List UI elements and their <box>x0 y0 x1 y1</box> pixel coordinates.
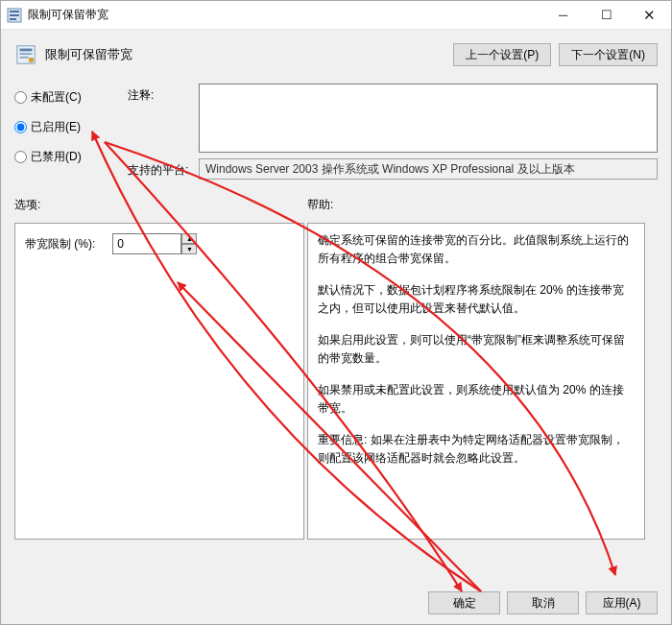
svg-rect-1 <box>10 11 19 12</box>
titlebar: 限制可保留带宽 ─ ☐ ✕ <box>1 1 671 30</box>
spinner-down-button[interactable]: ▼ <box>181 244 197 254</box>
close-button[interactable]: ✕ <box>628 1 671 29</box>
window-title: 限制可保留带宽 <box>28 7 108 23</box>
svg-rect-6 <box>20 53 33 55</box>
radio-enabled-input[interactable] <box>14 121 27 133</box>
policy-icon <box>14 43 37 66</box>
radio-disabled[interactable]: 已禁用(D) <box>14 149 128 165</box>
help-text: 如果启用此设置，则可以使用“带宽限制”框来调整系统可保留的带宽数量。 <box>318 331 635 368</box>
options-panel: 带宽限制 (%): ▲ ▼ <box>14 223 304 540</box>
app-icon <box>7 8 22 23</box>
platform-label: 支持的平台: <box>128 158 199 179</box>
bandwidth-limit-input[interactable] <box>112 233 181 254</box>
help-section-label: 帮助: <box>307 197 658 213</box>
radio-enabled[interactable]: 已启用(E) <box>14 119 128 135</box>
comment-label: 注释: <box>128 84 199 104</box>
radio-disabled-input[interactable] <box>14 151 27 163</box>
platform-value: Windows Server 2003 操作系统或 Windows XP Pro… <box>199 158 658 180</box>
help-panel: 确定系统可保留的连接带宽的百分比。此值限制系统上运行的所有程序的组合带宽保留。 … <box>307 223 645 540</box>
radio-not-configured-label: 未配置(C) <box>31 89 82 106</box>
apply-button[interactable]: 应用(A) <box>586 591 658 614</box>
help-text: 如果禁用或未配置此设置，则系统使用默认值为 20% 的连接带宽。 <box>318 381 635 418</box>
svg-rect-2 <box>10 14 19 16</box>
page-title: 限制可保留带宽 <box>45 43 132 66</box>
help-text: 确定系统可保留的连接带宽的百分比。此值限制系统上运行的所有程序的组合带宽保留。 <box>318 231 635 268</box>
radio-enabled-label: 已启用(E) <box>31 119 81 135</box>
svg-rect-3 <box>10 18 16 20</box>
comment-textarea[interactable] <box>199 84 658 153</box>
next-setting-button[interactable]: 下一个设置(N) <box>559 43 658 66</box>
maximize-button[interactable]: ☐ <box>585 1 628 29</box>
help-text: 默认情况下，数据包计划程序将系统限制在 20% 的连接带宽之内，但可以使用此设置… <box>318 281 635 318</box>
spinner-up-button[interactable]: ▲ <box>181 233 197 244</box>
options-section-label: 选项: <box>14 197 307 213</box>
svg-rect-5 <box>20 49 33 52</box>
svg-rect-7 <box>20 57 29 59</box>
help-text: 重要信息: 如果在注册表中为特定网络适配器设置带宽限制，则配置该网络适配器时就会… <box>318 431 635 468</box>
bandwidth-limit-label: 带宽限制 (%): <box>25 236 95 252</box>
radio-not-configured[interactable]: 未配置(C) <box>14 89 128 106</box>
svg-point-8 <box>29 58 35 63</box>
prev-setting-button[interactable]: 上一个设置(P) <box>453 43 551 66</box>
minimize-button[interactable]: ─ <box>541 1 585 29</box>
radio-disabled-label: 已禁用(D) <box>31 149 82 165</box>
ok-button[interactable]: 确定 <box>428 591 500 614</box>
cancel-button[interactable]: 取消 <box>507 591 579 614</box>
radio-not-configured-input[interactable] <box>14 91 27 104</box>
